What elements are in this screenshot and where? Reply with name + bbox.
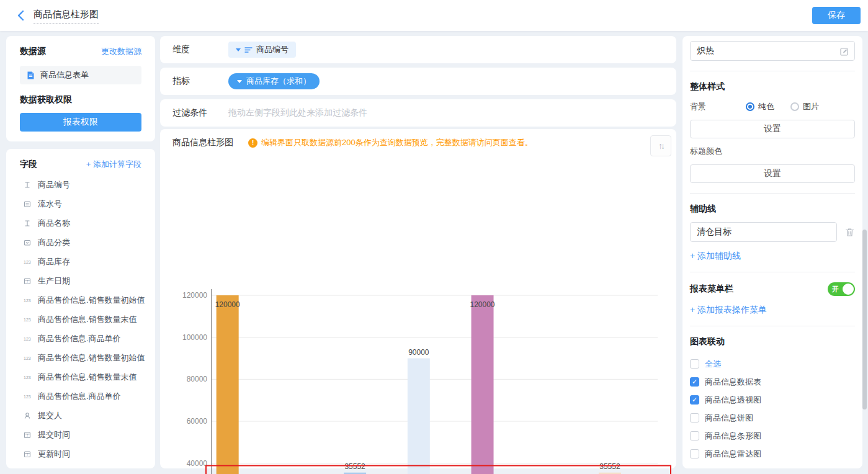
aux-line-title: 辅助线 — [690, 203, 855, 215]
page-title[interactable]: 商品信息柱形图 — [34, 9, 99, 24]
background-label: 背景 — [690, 101, 746, 112]
select-all-checkbox[interactable]: 全选 — [690, 355, 855, 373]
title-color-label: 标题颜色 — [690, 146, 855, 157]
divider — [690, 71, 855, 71]
field-item[interactable]: 123商品售价信息.销售数量末值 — [6, 310, 155, 329]
field-item[interactable]: 商品分类 — [6, 233, 155, 252]
svg-text:123: 123 — [24, 318, 31, 322]
datasource-item[interactable]: 商品信息表单 — [20, 66, 141, 84]
divider — [690, 272, 855, 272]
linkage-checkbox[interactable]: 商品信息饼图 — [690, 409, 855, 427]
field-label: 提交时间 — [38, 429, 70, 440]
checkbox-icon[interactable] — [690, 359, 699, 369]
bar-00006[interactable] — [472, 295, 494, 474]
svg-text:40000: 40000 — [187, 459, 208, 468]
metric-label: 指标 — [166, 76, 228, 87]
permission-title: 数据获取权限 — [20, 94, 141, 105]
field-item[interactable]: 流水号 — [6, 194, 155, 213]
field-label: 商品编号 — [38, 179, 70, 190]
checkbox-checked-icon[interactable] — [690, 377, 699, 387]
field-item[interactable]: 7更新时间 — [6, 444, 155, 463]
trash-icon[interactable] — [844, 227, 855, 238]
field-item[interactable]: 提交人 — [6, 406, 155, 425]
svg-text:120000: 120000 — [470, 300, 495, 309]
field-label: 商品售价信息.销售数量末值 — [38, 314, 137, 325]
overall-style-title: 整体样式 — [690, 81, 855, 92]
bg-solid-radio[interactable]: 纯色 — [746, 101, 774, 112]
field-item[interactable]: 123商品售价信息.商品单价 — [6, 387, 155, 406]
field-label: 商品售价信息.商品单价 — [38, 391, 121, 402]
checkbox-icon[interactable] — [690, 449, 699, 458]
checkbox-label: 商品信息饼图 — [705, 413, 753, 424]
date-icon: 7 — [22, 450, 32, 458]
field-item[interactable]: 商品名称 — [6, 213, 155, 233]
field-item[interactable]: 123商品库存 — [6, 252, 155, 271]
dimension-field-icon — [244, 47, 253, 53]
chart-panel: 商品信息柱形图 ! 编辑界面只取数据源前200条作为查询数据预览，完整数据请访问… — [160, 129, 676, 468]
topbar: 商品信息柱形图 保存 — [0, 0, 868, 31]
svg-text:123: 123 — [24, 260, 31, 264]
text-icon — [22, 181, 32, 189]
field-item[interactable]: 123商品售价信息.销售数量初始值 — [6, 290, 155, 310]
field-label: 生产日期 — [38, 275, 70, 287]
aux-line-name-input[interactable]: 清仓目标 — [690, 222, 837, 242]
field-label: 商品售价信息.销售数量初始值 — [38, 295, 145, 306]
back-icon[interactable] — [15, 9, 29, 22]
sort-button[interactable]: ↑↓ — [650, 135, 671, 156]
add-aux-line-link[interactable]: + 添加辅助线 — [690, 251, 741, 262]
linkage-checkbox[interactable]: 商品信息条形图 — [690, 427, 855, 445]
bar-00009[interactable] — [408, 359, 430, 474]
title-color-set-button[interactable]: 设置 — [690, 164, 855, 183]
add-report-menu-link[interactable]: + 添加报表操作菜单 — [690, 305, 767, 316]
page-scrollbar-thumb[interactable] — [862, 230, 867, 409]
number-icon: 123 — [22, 315, 32, 324]
dimension-label: 维度 — [166, 44, 228, 55]
svg-text:123: 123 — [24, 356, 31, 360]
checkbox-label: 商品信息透视图 — [705, 395, 761, 406]
field-item[interactable]: 123商品售价信息.销售数量初始值 — [6, 348, 155, 367]
checkbox-icon[interactable] — [690, 413, 699, 423]
warning-icon: ! — [248, 138, 257, 148]
field-list: 商品编号流水号商品名称商品分类123商品库存7生产日期123商品售价信息.销售数… — [6, 175, 155, 463]
chart-name-input[interactable]: 炽热 — [690, 41, 855, 61]
checkbox-label: 全选 — [705, 359, 721, 370]
bg-image-radio[interactable]: 图片 — [790, 101, 819, 112]
field-item[interactable]: 7提交时间 — [6, 425, 155, 444]
field-item[interactable]: 7生产日期 — [6, 271, 155, 290]
bar-555[interactable] — [217, 295, 239, 474]
filter-dropzone[interactable]: 拖动左侧字段到此处来添加过滤条件 — [228, 107, 367, 118]
field-item[interactable]: 123商品售价信息.商品单价 — [6, 329, 155, 348]
svg-text:80000: 80000 — [187, 375, 208, 383]
divider — [690, 326, 855, 326]
chevron-down-icon — [237, 80, 242, 83]
preview-warning: ! 编辑界面只取数据源前200条作为查询数据预览，完整数据请访问页面查看。 — [248, 137, 533, 148]
field-label: 商品分类 — [38, 237, 70, 248]
svg-text:123: 123 — [24, 337, 31, 341]
warning-text: 编辑界面只取数据源前200条作为查询数据预览，完整数据请访问页面查看。 — [261, 137, 533, 148]
report-menu-toggle[interactable]: 开 — [828, 282, 855, 296]
report-permission-button[interactable]: 报表权限 — [20, 113, 141, 132]
checkbox-checked-icon[interactable] — [690, 395, 699, 405]
field-label: 流水号 — [38, 199, 62, 210]
edit-icon[interactable] — [839, 47, 849, 56]
date-icon: 7 — [22, 431, 32, 439]
linkage-checkbox[interactable]: 商品信息雷达图 — [690, 445, 855, 463]
datasource-name: 商品信息表单 — [40, 69, 89, 81]
save-button[interactable]: 保存 — [812, 7, 861, 24]
linkage-checkbox[interactable]: 商品信息透视图 — [690, 391, 855, 409]
radio-icon — [790, 102, 799, 111]
number-icon: 123 — [22, 296, 32, 305]
background-set-button[interactable]: 设置 — [690, 120, 855, 138]
checkbox-icon[interactable] — [690, 431, 699, 440]
field-item[interactable]: 商品编号 — [6, 175, 155, 194]
change-datasource-link[interactable]: 更改数据源 — [101, 46, 141, 57]
number-icon: 123 — [22, 392, 32, 401]
field-item[interactable]: 123商品售价信息.销售数量末值 — [6, 367, 155, 387]
dimension-row: 维度 商品编号 — [160, 36, 676, 63]
dimension-pill[interactable]: 商品编号 — [228, 42, 296, 58]
bg-image-label: 图片 — [803, 101, 819, 112]
linkage-checkbox[interactable]: 商品信息数据表 — [690, 373, 855, 391]
select-icon — [22, 238, 32, 247]
metric-pill[interactable]: 商品库存（求和） — [228, 73, 320, 89]
add-calc-field-link[interactable]: + 添加计算字段 — [86, 159, 141, 170]
